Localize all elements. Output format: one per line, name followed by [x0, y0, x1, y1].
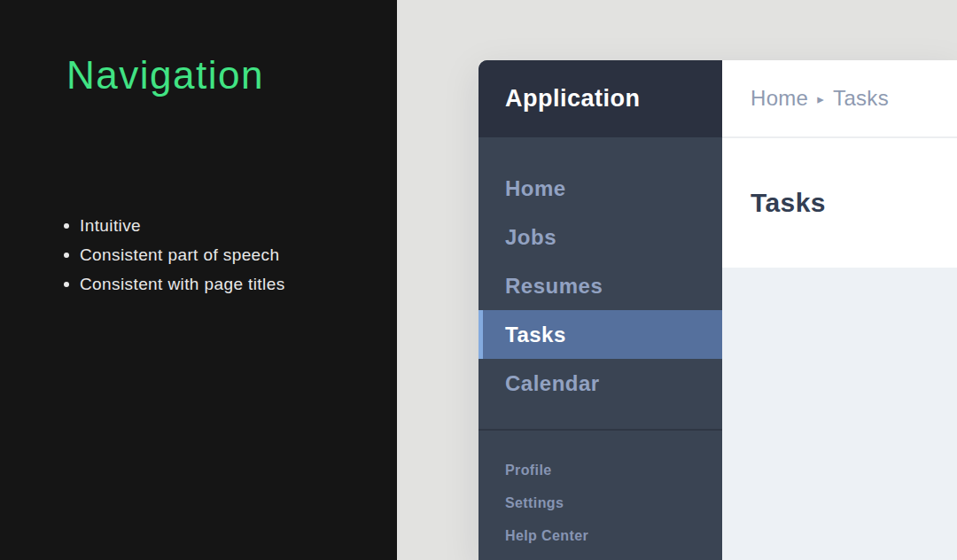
sidebar-item-label: Calendar [505, 371, 600, 396]
page-title: Tasks [751, 188, 826, 218]
sidebar-item-profile[interactable]: Profile [478, 454, 722, 486]
slide-bullet: Intuitive [64, 211, 285, 240]
bullet-icon [64, 282, 69, 287]
sidebar-item-settings[interactable]: Settings [478, 486, 722, 519]
slide-bullet-list: Intuitive Consistent part of speech Cons… [64, 211, 285, 299]
sidebar-item-jobs[interactable]: Jobs [478, 213, 722, 261]
slide-title: Navigation [66, 53, 264, 97]
sidebar-item-tasks[interactable]: Tasks [478, 310, 722, 359]
sidebar-header: Application [478, 60, 722, 137]
slide-bullet-text: Intuitive [80, 211, 141, 240]
sidebar-item-label: Jobs [505, 225, 556, 250]
slide-bullet: Consistent part of speech [64, 240, 285, 269]
sidebar-item-label: Tasks [505, 323, 566, 347]
sidebar-item-label: Home [505, 176, 566, 201]
sidebar-item-label: Profile [505, 463, 552, 478]
sidebar-item-help-center[interactable]: Help Center [478, 519, 722, 552]
breadcrumb-bar: Home ▸ Tasks [722, 60, 957, 138]
breadcrumb-home-link[interactable]: Home [751, 86, 808, 111]
slide-bullet-text: Consistent with page titles [80, 269, 285, 299]
bullet-icon [64, 253, 69, 258]
slide-bullet: Consistent with page titles [64, 269, 285, 299]
sidebar-item-label: Help Center [505, 528, 588, 544]
main-content: Home ▸ Tasks Tasks [722, 60, 957, 560]
breadcrumb-arrow-icon: ▸ [817, 91, 824, 107]
sidebar-item-label: Settings [505, 495, 564, 511]
slide-panel: Navigation Intuitive Consistent part of … [0, 0, 397, 560]
slide-bullet-text: Consistent part of speech [80, 240, 279, 269]
app-title: Application [505, 85, 641, 113]
breadcrumb-current: Tasks [833, 86, 889, 111]
content-header: Tasks [722, 138, 957, 268]
breadcrumb: Home ▸ Tasks [751, 86, 889, 111]
sidebar-item-home[interactable]: Home [478, 164, 722, 213]
sidebar-nav: Home Jobs Resumes Tasks Calendar [478, 137, 722, 408]
sidebar: Application Home Jobs Resumes Tasks Cale… [478, 60, 722, 560]
sidebar-secondary-nav: Profile Settings Help Center [478, 431, 722, 552]
app-mockup: Application Home Jobs Resumes Tasks Cale… [478, 60, 957, 560]
bullet-icon [64, 223, 69, 229]
content-body [722, 268, 957, 560]
sidebar-item-resumes[interactable]: Resumes [478, 261, 722, 310]
sidebar-item-label: Resumes [505, 274, 603, 299]
sidebar-item-calendar[interactable]: Calendar [478, 359, 722, 408]
